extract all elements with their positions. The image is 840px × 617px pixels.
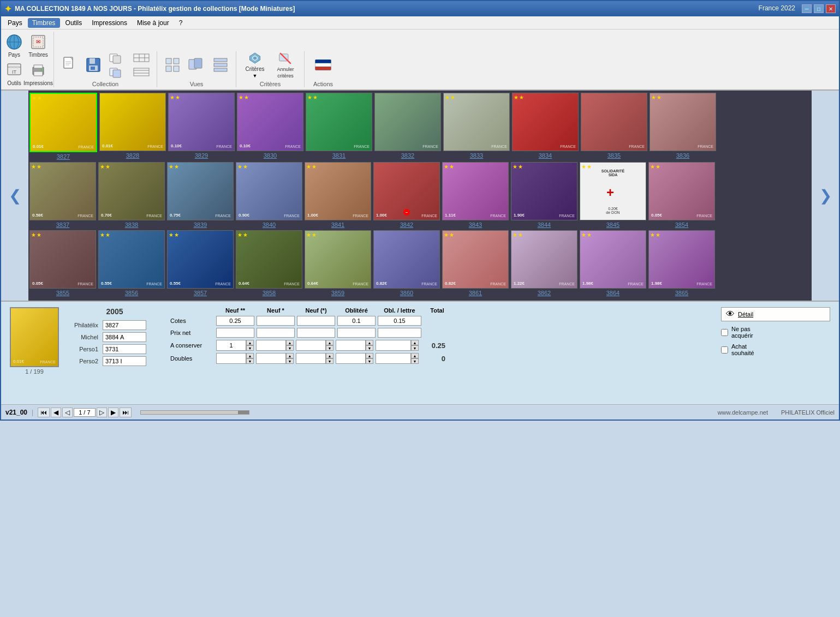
doubles-obl-lettre-value[interactable] [376,353,411,364]
detail-perso2-input[interactable] [103,356,146,366]
menu-miseajour[interactable]: Mise à jour [133,18,174,28]
stamp-3827[interactable]: ★★ 0.01€ FRANCE 3827 [29,93,97,160]
stamp-3839[interactable]: ★★ 0.75€ FRANCE 3839 [167,162,234,228]
nav-last-button[interactable]: ⏭ [120,408,132,417]
prix-net-oblitere[interactable] [337,328,376,338]
doubles-obl-lettre-up[interactable]: ▲ [411,353,419,358]
doubles-neuf2-down[interactable]: ▼ [246,358,254,364]
doubles-oblitere-spinner[interactable]: ▲ ▼ [336,353,373,364]
stamp-3842[interactable]: 1.00€ FRANCE − 3842 [373,162,440,228]
doubles-oblitere-up[interactable]: ▲ [366,353,373,358]
toolbar-view3-button[interactable] [210,51,231,79]
menu-help[interactable]: ? [175,18,187,28]
stamp-3838[interactable]: ★★ 0.70€ FRANCE 3838 [98,162,165,228]
doubles-neuf0-up[interactable]: ▲ [326,353,333,358]
conserver-obl-lettre-down[interactable]: ▼ [411,345,419,351]
toolbar-timbres-button[interactable]: ✉ Timbres [27,32,49,59]
stamp-3844[interactable]: ★★ 1.90€ FRANCE 3844 [511,162,577,228]
scroll-right-button[interactable]: ❯ [812,91,839,301]
conserver-neuf2-spinner[interactable]: ▲ ▼ [216,340,254,351]
toolbar-flag-button[interactable] [309,51,337,79]
stamp-3833[interactable]: ★★ FRANCE 3833 [443,93,510,160]
conserver-neuf0-value[interactable] [296,340,326,351]
doubles-neuf2-up[interactable]: ▲ [246,353,254,358]
nav-next-next-button[interactable]: ▶ [108,408,118,417]
doubles-neuf1-down[interactable]: ▼ [286,358,294,364]
stamp-3855[interactable]: ★★ 0.05€ FRANCE 3855 [29,230,96,296]
conserver-obl-lettre-spinner[interactable]: ▲ ▼ [376,340,419,351]
stamp-3859[interactable]: ★★ 0.64€ FRANCE 3859 [305,230,371,296]
doubles-neuf0-down[interactable]: ▼ [326,358,333,364]
toolbar-pays-button[interactable]: Pays [3,32,25,59]
stamp-3841[interactable]: ★★ 1.00€ FRANCE 3841 [305,162,371,228]
close-button[interactable]: ✕ [826,4,836,13]
stamp-3857[interactable]: ★★ 0.55€ FRANCE 3857 [167,230,234,296]
stamp-3830[interactable]: ★★ 0.10€ FRANCE 3830 [237,93,303,160]
conserver-oblitere-spinner[interactable]: ▲ ▼ [336,340,373,351]
stamp-3865[interactable]: ★★ 1.98€ FRANCE 3865 [648,230,715,296]
menu-timbres[interactable]: Timbres [28,18,60,28]
maximize-button[interactable]: □ [814,4,824,13]
toolbar-view1-button[interactable] [162,51,183,79]
menu-impressions[interactable]: Impressions [87,18,132,28]
conserver-neuf1-up[interactable]: ▲ [286,340,294,345]
cotes-neuf1-input[interactable] [257,316,295,326]
toolbar-grid2-button[interactable] [130,65,152,79]
conserver-oblitere-up[interactable]: ▲ [366,340,373,345]
toolbar-criteres-button[interactable]: Critères ▼ [241,51,269,79]
conserver-neuf1-spinner[interactable]: ▲ ▼ [256,340,294,351]
conserver-neuf0-up[interactable]: ▲ [326,340,333,345]
toolbar-annuler-criteres-button[interactable]: Annuler critères [271,51,300,79]
nav-first-button[interactable]: ⏮ [38,408,50,417]
detail-philatelix-input[interactable] [103,320,146,330]
conserver-obl-lettre-value[interactable] [376,340,411,351]
doubles-obl-lettre-spinner[interactable]: ▲ ▼ [376,353,419,364]
toolbar-new-doc-button[interactable] [58,51,80,79]
conserver-neuf2-up[interactable]: ▲ [246,340,254,345]
doubles-neuf1-up[interactable]: ▲ [286,353,294,358]
toolbar-view2-button[interactable] [186,51,207,79]
conserver-neuf1-down[interactable]: ▼ [286,345,294,351]
conserver-neuf2-down[interactable]: ▼ [246,345,254,351]
toolbar-doc1-button[interactable] [106,51,128,64]
prix-net-neuf2[interactable] [216,328,254,338]
stamp-3856[interactable]: ★★ 0.55€ FRANCE 3856 [98,230,165,296]
conserver-neuf0-spinner[interactable]: ▲ ▼ [296,340,333,351]
stamp-3862[interactable]: ★★ 1.22€ FRANCE 3862 [511,230,577,296]
conserver-obl-lettre-up[interactable]: ▲ [411,340,419,345]
nav-prev-prev-button[interactable]: ◀ [51,408,61,417]
doubles-neuf1-spinner[interactable]: ▲ ▼ [256,353,294,364]
detail-perso1-input[interactable] [103,344,146,354]
doubles-oblitere-down[interactable]: ▼ [366,358,373,364]
stamp-3840[interactable]: ★★ 0.90€ FRANCE 3840 [236,162,302,228]
doubles-oblitere-value[interactable] [336,353,366,364]
ne-pas-acquerir-checkbox[interactable] [721,329,728,336]
doubles-neuf0-spinner[interactable]: ▲ ▼ [296,353,333,364]
nav-next-button[interactable]: ▷ [97,408,107,417]
menu-pays[interactable]: Pays [3,18,27,28]
detail-button[interactable]: 👁 Détail [721,307,830,321]
doubles-neuf2-spinner[interactable]: ▲ ▼ [216,353,254,364]
scroll-left-button[interactable]: ❮ [1,91,28,301]
doubles-neuf2-value[interactable] [216,353,246,364]
scrollbar[interactable] [140,410,249,415]
toolbar-grid1-button[interactable] [130,51,152,64]
stamp-3860[interactable]: 0.82€ FRANCE 3860 [373,230,440,296]
stamp-3832[interactable]: FRANCE 3832 [374,93,441,160]
conserver-neuf1-value[interactable] [256,340,286,351]
achat-souhaite-checkbox[interactable] [721,346,728,354]
prix-net-obl-lettre[interactable] [378,328,421,338]
minimize-button[interactable]: ─ [802,4,812,13]
cotes-oblitere-input[interactable] [337,316,376,326]
stamp-3834[interactable]: ★★ FRANCE 3834 [512,93,579,160]
stamp-3843[interactable]: ★★ 1.11€ FRANCE 3843 [442,162,509,228]
detail-michel-input[interactable] [103,332,146,342]
cotes-neuf2-input[interactable] [216,316,254,326]
doubles-neuf1-value[interactable] [256,353,286,364]
stamp-3861[interactable]: ★★ 0.82€ FRANCE 3861 [442,230,509,296]
toolbar-outils-button[interactable]: IT Outils [3,60,25,87]
stamp-3854[interactable]: ★★ 0.05€ FRANCE 3854 [648,162,715,228]
toolbar-impressions-button[interactable]: Impressions [27,60,49,87]
conserver-neuf0-down[interactable]: ▼ [326,345,333,351]
stamp-3845[interactable]: ★★ SOLIDARITÉSIDA + 0.20€de DON 3845 [580,162,646,228]
